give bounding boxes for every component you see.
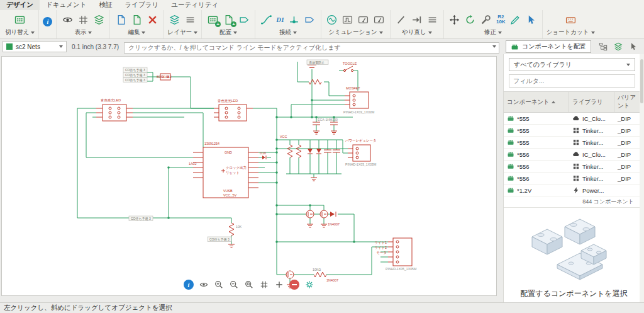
tab-library[interactable]: ライブラリ <box>118 0 165 10</box>
eye-icon[interactable] <box>60 13 74 26</box>
output-resistor[interactable] <box>314 272 326 277</box>
table-row[interactable]: *555 Tinker... _DIP <box>504 125 644 137</box>
layer-stack-icon[interactable] <box>168 13 182 26</box>
component-count: 844 コンポーネント <box>504 196 644 208</box>
move-icon[interactable] <box>448 13 462 26</box>
align-icon[interactable] <box>426 13 440 26</box>
junction-icon[interactable] <box>287 13 301 26</box>
d1-designator-icon[interactable]: D1 <box>275 16 286 23</box>
tab-validate[interactable]: 検証 <box>92 0 118 10</box>
panel-scrollbar[interactable] <box>640 54 644 302</box>
grid-icon[interactable] <box>259 280 269 290</box>
group-redo-label[interactable]: やり直し <box>402 28 432 37</box>
add-component-icon[interactable]: + <box>206 13 219 26</box>
table-row[interactable]: *556 Tinker... _DIP <box>504 173 644 185</box>
net-label-icon[interactable] <box>303 13 317 26</box>
group-modify-label[interactable]: 修正 <box>484 28 502 37</box>
group-simulation-label[interactable]: シミュレーション <box>328 28 383 37</box>
table-row[interactable]: *555 IC_Clo... _DIP <box>504 113 644 125</box>
mosfet-pair[interactable] <box>306 210 336 218</box>
table-row[interactable]: *555 Tinker... _DIP <box>504 137 644 149</box>
tab-document[interactable]: ドキュメント <box>40 0 92 10</box>
tab-design[interactable]: デザイン <box>0 0 40 10</box>
group-connect-label[interactable]: 接続 <box>279 28 297 37</box>
table-row[interactable]: *556 Tinker... _DIP <box>504 161 644 173</box>
group-view-label[interactable]: 表示 <box>74 28 92 37</box>
place-component-tab[interactable]: コンポーネントを配置 <box>506 40 591 53</box>
led-connector-1[interactable] <box>96 105 133 121</box>
battery-protection[interactable] <box>308 65 316 68</box>
zoom-in-icon[interactable] <box>214 280 224 290</box>
paste-icon[interactable] <box>130 13 143 26</box>
led-connector-2[interactable] <box>214 105 253 121</box>
svg-text:ライト1: ライト1 <box>374 241 387 244</box>
menu-tabbar: デザイン ドキュメント 検証 ライブラリ ユーティリティ <box>0 0 644 10</box>
layers-icon[interactable] <box>92 13 106 26</box>
info-icon[interactable] <box>43 17 52 26</box>
table-row[interactable]: *1.2V Power... <box>504 185 644 196</box>
paint-icon[interactable] <box>509 13 523 26</box>
scrollbar-thumb[interactable] <box>640 59 643 103</box>
select-pointer-icon[interactable] <box>525 13 538 26</box>
group-place-label[interactable]: 配置 <box>219 28 237 37</box>
filter-input[interactable] <box>509 74 635 88</box>
add-label-icon[interactable] <box>237 13 251 26</box>
line-tool-icon[interactable] <box>394 13 408 26</box>
minus-icon[interactable] <box>289 280 299 290</box>
tree-view-icon[interactable] <box>597 41 609 52</box>
table-row[interactable]: *556 IC_Clo... _DIP <box>504 149 644 161</box>
gear-icon[interactable] <box>304 280 314 290</box>
wrench-icon[interactable] <box>479 13 493 26</box>
value-edit-icon[interactable]: R210K <box>495 14 507 25</box>
shortcuts-icon[interactable] <box>564 13 577 26</box>
group-shortcuts-label[interactable]: ショートカット <box>547 28 595 37</box>
output-transistor[interactable] <box>286 271 294 278</box>
component-icon <box>507 151 514 158</box>
pin-header-top[interactable] <box>345 92 369 108</box>
layer-list-icon[interactable] <box>184 13 197 26</box>
svg-text:1N4007: 1N4007 <box>328 222 340 226</box>
power-regulator-header[interactable] <box>348 145 370 161</box>
group-switch-label[interactable]: 切り替え <box>5 28 35 37</box>
svg-text:クロック出力: クロック出力 <box>226 166 247 169</box>
pointer-icon[interactable] <box>628 41 639 52</box>
redo-arrow-icon[interactable] <box>410 13 424 26</box>
column-component[interactable]: コンポーネント <box>504 92 569 112</box>
plus-icon[interactable] <box>274 280 284 290</box>
schematic-canvas[interactable]: CO待ち予備 3 CO待ち予備 3 CO待ち予備 3 B3F-1042 青色発光… <box>1 56 497 296</box>
eye-icon[interactable] <box>199 280 209 290</box>
column-library[interactable]: ライブラリ <box>569 92 614 112</box>
add-sheet-icon[interactable]: + <box>221 13 235 26</box>
meter2-icon[interactable] <box>372 13 386 26</box>
info-icon[interactable] <box>184 280 194 290</box>
group-layer-label[interactable]: レイヤー <box>167 28 197 37</box>
meter-icon[interactable] <box>357 13 370 26</box>
diode-d10[interactable] <box>262 156 266 159</box>
stack-view-icon[interactable] <box>613 41 624 52</box>
canvas-zoom-controls <box>184 280 314 290</box>
rotate-icon[interactable] <box>464 13 477 26</box>
command-input[interactable] <box>124 42 499 54</box>
pin-header-bottom[interactable] <box>388 238 412 266</box>
svg-text:ライト2: ライト2 <box>374 246 387 249</box>
svg-text:PINHD-1X03_1X03M: PINHD-1X03_1X03M <box>345 162 376 166</box>
pulldown-resistor[interactable] <box>229 223 234 236</box>
oscilloscope-icon[interactable] <box>341 13 355 26</box>
net-class-select[interactable]: sc2 Nets <box>3 41 67 52</box>
group-edit-label[interactable]: 編集 <box>128 28 145 37</box>
rc-cluster[interactable] <box>287 145 340 157</box>
toggle-switch[interactable] <box>343 66 353 72</box>
grid-icon[interactable] <box>76 13 90 26</box>
zoom-fit-icon[interactable] <box>244 280 254 290</box>
tab-utility[interactable]: ユーティリティ <box>165 0 225 10</box>
sine-source-icon[interactable] <box>325 13 339 26</box>
copy-icon[interactable] <box>114 13 128 26</box>
series-resistor[interactable] <box>309 79 321 84</box>
net-wire-icon[interactable] <box>259 13 273 26</box>
switch-board-icon[interactable] <box>13 13 27 26</box>
library-select-value: すべてのライブラリ <box>514 60 572 69</box>
delete-icon[interactable] <box>145 13 159 26</box>
zoom-out-icon[interactable] <box>229 280 239 290</box>
filter-caps[interactable] <box>313 122 338 125</box>
library-select[interactable]: すべてのライブラリ <box>509 58 635 71</box>
